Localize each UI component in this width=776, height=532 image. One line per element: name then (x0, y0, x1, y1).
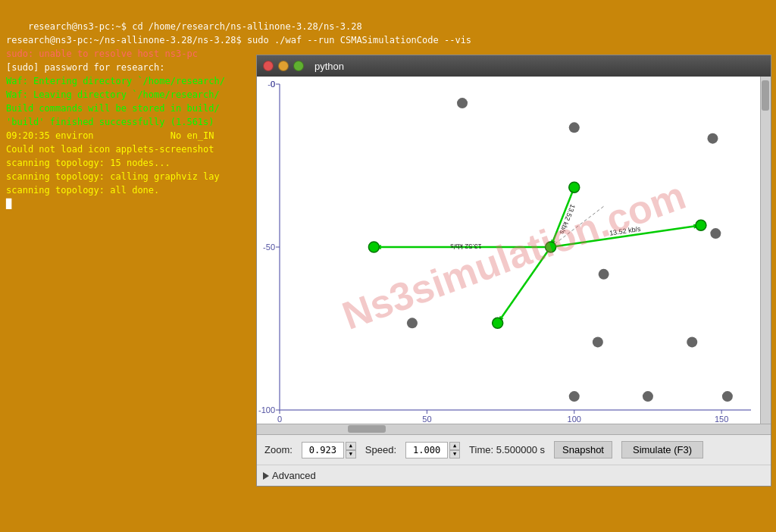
time-display: Time: 5.500000 s (469, 444, 545, 455)
window-title: python (314, 61, 344, 72)
speed-up-button[interactable]: ▲ (449, 442, 460, 450)
speed-input[interactable] (405, 442, 448, 458)
speed-spinner: ▲ ▼ (449, 442, 460, 458)
advanced-expand-icon (263, 472, 269, 480)
advanced-bar: Advanced (257, 465, 771, 486)
vertical-scrollbar[interactable] (760, 77, 771, 434)
speed-control: ▲ ▼ (405, 442, 460, 458)
controls-bar: Zoom: ▲ ▼ Speed: ▲ ▼ Time: 5.500000 s Sn… (257, 434, 771, 465)
zoom-control: ▲ ▼ (302, 442, 356, 458)
speed-down-button[interactable]: ▼ (449, 450, 460, 458)
zoom-down-button[interactable]: ▼ (346, 450, 356, 458)
simulation-canvas-area: Ns3simulation.com (257, 77, 771, 434)
advanced-toggle-button[interactable]: Advanced (263, 470, 316, 481)
zoom-input[interactable] (302, 442, 344, 458)
time-label: Time: (469, 444, 493, 455)
snapshot-button[interactable]: Snapshot (554, 441, 612, 458)
python-window: python Ns3simulation.com Zoom: ▲ ▼ Speed… (256, 55, 771, 487)
close-button[interactable] (263, 61, 274, 71)
window-titlebar: python (257, 55, 771, 77)
scrollbar-thumb-h[interactable] (348, 425, 386, 433)
zoom-label: Zoom: (264, 444, 293, 455)
zoom-spinner: ▲ ▼ (346, 442, 356, 458)
advanced-label: Advanced (272, 470, 316, 481)
zoom-up-button[interactable]: ▲ (346, 442, 356, 450)
speed-label: Speed: (365, 444, 396, 455)
simulate-button[interactable]: Simulate (F3) (621, 441, 703, 458)
minimize-button[interactable] (278, 61, 289, 71)
scrollbar-thumb-v[interactable] (762, 80, 769, 111)
simulation-canvas[interactable] (257, 77, 762, 433)
maximize-button[interactable] (293, 61, 304, 71)
horizontal-scrollbar[interactable] (257, 424, 771, 434)
time-value: 5.500000 s (496, 444, 545, 455)
